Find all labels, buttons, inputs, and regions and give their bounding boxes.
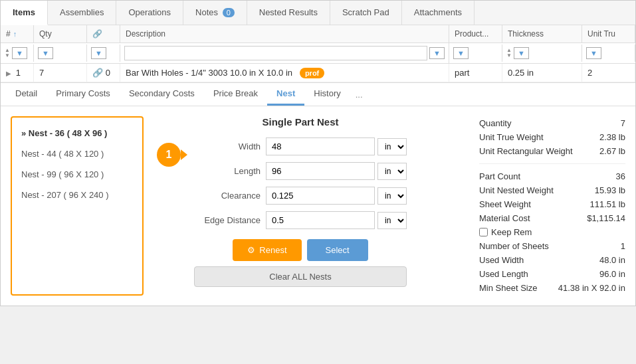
filter-qty: ▼: [34, 45, 87, 62]
sub-tabs: Detail Primary Costs Secondary Costs Pri…: [1, 83, 635, 106]
label-edge: Edge Distance: [194, 215, 261, 225]
col-header-desc: Description: [120, 25, 449, 43]
filter-link: ▼: [87, 45, 120, 62]
form-row-clearance: Clearance in: [194, 187, 407, 205]
filter-btn-unit[interactable]: ▼: [586, 47, 601, 59]
tab-items[interactable]: Items: [1, 1, 48, 25]
keep-rem-checkbox[interactable]: [479, 228, 488, 236]
unit-select-edge[interactable]: in: [377, 212, 407, 229]
select-button[interactable]: Select: [307, 239, 368, 261]
nest-item-3[interactable]: Nest - 207 ( 96 X 240 ): [17, 185, 137, 205]
filter-prod: ▼: [449, 45, 502, 62]
thick-spinner[interactable]: ▲▼: [506, 48, 512, 58]
filter-btn-thick[interactable]: ▼: [514, 47, 529, 59]
subtab-history[interactable]: History: [304, 83, 350, 106]
stat-unit-true-weight: Unit True Weight 2.38 lb: [479, 130, 625, 144]
tab-scratch-pad[interactable]: Scratch Pad: [330, 1, 402, 25]
cell-unit-true: 2: [582, 64, 635, 82]
input-edge[interactable]: [266, 211, 375, 229]
top-tabs: Items Assemblies Operations Notes 0 Nest…: [1, 1, 635, 25]
cell-product: part: [449, 64, 502, 82]
filter-unit: ▼: [582, 45, 635, 62]
nest-item-2[interactable]: Nest - 99 ( 96 X 120 ): [17, 164, 137, 185]
tab-notes[interactable]: Notes 0: [183, 1, 247, 25]
col-header-link: 🔗: [87, 25, 120, 43]
subtab-primary-costs[interactable]: Primary Costs: [47, 83, 120, 106]
tab-nested-results[interactable]: Nested Results: [247, 1, 330, 25]
nest-item-0[interactable]: » Nest - 36 ( 48 X 96 ): [17, 123, 137, 143]
col-header-unit: Unit Tru: [582, 25, 635, 43]
expand-icon[interactable]: ▶: [6, 70, 11, 77]
stat-used-width: Used Width 48.0 in: [479, 253, 625, 267]
form-row-width: Width in: [194, 137, 407, 155]
num-spinner[interactable]: ▲▼: [5, 48, 10, 58]
renest-icon: ⚙: [247, 245, 255, 255]
input-wrap-length: in: [266, 162, 407, 180]
filter-desc: ▼: [120, 43, 449, 63]
filter-btn-qty[interactable]: ▼: [38, 47, 53, 59]
input-clearance[interactable]: [266, 187, 375, 205]
cell-num: ▶ 1: [1, 64, 34, 82]
filter-btn-prod[interactable]: ▼: [453, 47, 469, 59]
table-row: ▶ 1 7 🔗 0 Bar With Holes - 1/4" 3003 10.…: [1, 64, 635, 82]
subtab-price-break[interactable]: Price Break: [204, 83, 267, 106]
grid-area: # ↑ Qty 🔗 Description Product... Thickne…: [1, 25, 635, 83]
notes-badge: 0: [223, 8, 235, 17]
tab-assemblies[interactable]: Assemblies: [48, 1, 116, 25]
filter-input-desc[interactable]: [124, 46, 427, 60]
subtab-secondary-costs[interactable]: Secondary Costs: [120, 83, 204, 106]
input-wrap-edge: in: [266, 211, 407, 229]
cell-thickness: 0.25 in: [502, 64, 582, 82]
filter-btn-num[interactable]: ▼: [12, 47, 27, 59]
label-clearance: Clearance: [194, 191, 261, 201]
tab-operations[interactable]: Operations: [116, 1, 183, 25]
nest-form-title: Single Part Nest: [194, 116, 407, 128]
filter-thick: ▲▼ ▼: [502, 45, 582, 62]
cell-desc: Bar With Holes - 1/4" 3003 10.0 in X 10.…: [120, 64, 449, 82]
unit-select-length[interactable]: in: [377, 163, 407, 180]
renest-button[interactable]: ⚙ Renest: [233, 239, 301, 261]
callout-bubble: 1: [157, 143, 181, 167]
col-header-thick: Thickness: [502, 25, 582, 43]
keep-rem-label: Keep Rem: [491, 227, 532, 237]
unit-select-clearance[interactable]: in: [377, 187, 407, 205]
input-length[interactable]: [266, 162, 375, 180]
filter-btn-desc[interactable]: ▼: [429, 47, 445, 59]
col-header-prod: Product...: [449, 25, 502, 43]
unit-select-width[interactable]: in: [377, 138, 407, 155]
tab-attachments[interactable]: Attachments: [402, 1, 475, 25]
stat-sheet-weight: Sheet Weight 111.51 lb: [479, 197, 625, 211]
sort-arrow-num[interactable]: ↑: [13, 30, 17, 38]
input-width[interactable]: [266, 137, 375, 155]
subtab-detail[interactable]: Detail: [6, 83, 47, 106]
stat-used-length: Used Length 96.0 in: [479, 267, 625, 281]
stat-divider-1: [479, 163, 625, 164]
callout-wrap: 1: [157, 143, 181, 296]
grid-header: # ↑ Qty 🔗 Description Product... Thickne…: [1, 25, 635, 43]
label-width: Width: [194, 141, 261, 151]
label-length: Length: [194, 166, 261, 176]
form-row-length: Length in: [194, 162, 407, 180]
app-container: Items Assemblies Operations Notes 0 Nest…: [0, 0, 636, 306]
subtab-nest[interactable]: Nest: [267, 83, 304, 106]
col-header-num: # ↑: [1, 25, 34, 43]
filter-num: ▲▼ ▼: [1, 45, 34, 62]
cell-link: 🔗 0: [87, 64, 120, 82]
nest-form: Single Part Nest Width in Length in: [194, 116, 407, 296]
stat-unit-rect-weight: Unit Rectangular Weight 2.67 lb: [479, 144, 625, 158]
main-content: » Nest - 36 ( 48 X 96 ) Nest - 44 ( 48 X…: [1, 106, 635, 306]
filter-btn-link[interactable]: ▼: [91, 47, 106, 59]
stats-panel: Quantity 7 Unit True Weight 2.38 lb Unit…: [479, 116, 625, 296]
stat-unit-nested-weight: Unit Nested Weight 15.93 lb: [479, 183, 625, 197]
stat-material-cost: Material Cost $1,115.14: [479, 211, 625, 225]
subtab-more[interactable]: ...: [350, 84, 368, 105]
nest-item-1[interactable]: Nest - 44 ( 48 X 120 ): [17, 143, 137, 164]
stat-min-sheet-size: Min Sheet Size 41.38 in X 92.0 in: [479, 281, 625, 295]
stat-quantity: Quantity 7: [479, 116, 625, 130]
nest-list: » Nest - 36 ( 48 X 96 ) Nest - 44 ( 48 X…: [11, 116, 144, 296]
col-header-qty: Qty: [34, 25, 87, 43]
form-buttons: ⚙ Renest Select: [194, 239, 407, 261]
form-row-edge: Edge Distance in: [194, 211, 407, 229]
clear-nests-button[interactable]: Clear ALL Nests: [194, 266, 407, 287]
prof-badge: prof: [300, 68, 324, 78]
